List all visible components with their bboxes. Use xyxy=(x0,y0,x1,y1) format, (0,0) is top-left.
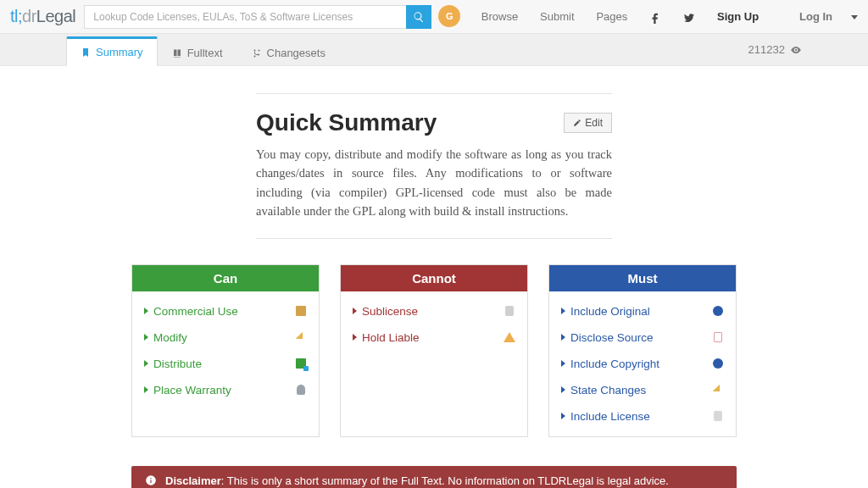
money-bag-icon xyxy=(295,305,307,317)
search-icon xyxy=(413,11,425,23)
must-header: Must xyxy=(549,265,736,291)
must-item[interactable]: Include Copyright xyxy=(549,351,736,377)
nav-pages[interactable]: Pages xyxy=(596,10,627,23)
tab-fulltext[interactable]: Fulltext xyxy=(158,39,237,66)
disclaimer-label: Disclaimer xyxy=(165,474,221,487)
can-item[interactable]: Commercial Use xyxy=(132,298,319,324)
twitter-link[interactable] xyxy=(683,10,695,23)
page-title: Quick Summary xyxy=(256,109,564,136)
cannot-column: Cannot Sublicense Hold Liable xyxy=(340,264,528,437)
caret-right-icon xyxy=(561,334,565,341)
disclaimer-text: : This is only a short summary of the Fu… xyxy=(221,474,669,487)
logo-dr: dr xyxy=(22,7,36,25)
must-item[interactable]: Include Original xyxy=(549,298,736,324)
pencil-icon xyxy=(573,119,581,127)
tab-summary[interactable]: Summary xyxy=(66,36,158,66)
search: G xyxy=(84,5,460,29)
bookmark-icon xyxy=(81,47,91,58)
eye-icon xyxy=(790,44,802,56)
caret-right-icon xyxy=(353,308,357,314)
tab-changesets[interactable]: Changesets xyxy=(237,39,340,66)
search-input[interactable] xyxy=(84,5,406,29)
package-share-icon xyxy=(295,358,307,369)
nav-login[interactable]: Log In xyxy=(781,10,858,23)
cannot-item[interactable]: Sublicense xyxy=(341,298,527,324)
twitter-icon xyxy=(683,12,695,24)
info-icon xyxy=(145,474,157,486)
caret-right-icon xyxy=(561,413,565,419)
shield-icon xyxy=(295,384,307,396)
caret-right-icon xyxy=(144,334,148,341)
google-badge-icon[interactable]: G xyxy=(438,5,460,27)
logo[interactable]: tl;drLegal xyxy=(10,7,75,26)
facebook-link[interactable] xyxy=(649,10,661,23)
nav-signup[interactable]: Sign Up xyxy=(717,10,759,23)
nav-browse[interactable]: Browse xyxy=(481,10,518,23)
permission-columns: Can Commercial Use Modify Distribute Pla… xyxy=(131,264,737,437)
must-item[interactable]: Include License xyxy=(549,403,736,430)
summary-body: You may copy, distribute and modify the … xyxy=(256,145,612,221)
thumb-down-icon xyxy=(504,305,515,317)
note-icon xyxy=(712,384,724,396)
top-nav: Browse Submit Pages Sign Up Log In xyxy=(463,9,858,24)
must-item[interactable]: Disclose Source xyxy=(549,324,736,351)
view-count: 211232 xyxy=(748,43,802,56)
info-circle-icon xyxy=(712,305,724,317)
disclaimer-banner: Disclaimer: This is only a short summary… xyxy=(131,466,737,488)
edit-button[interactable]: Edit xyxy=(564,113,612,133)
caret-right-icon xyxy=(561,308,565,314)
edit-icon xyxy=(295,331,307,343)
top-bar: tl;drLegal G Browse Submit Pages Sign Up… xyxy=(0,0,868,34)
branch-icon xyxy=(252,48,262,58)
cannot-item[interactable]: Hold Liable xyxy=(341,324,527,351)
book-icon xyxy=(172,48,182,58)
source-doc-icon xyxy=(712,331,724,343)
can-header: Can xyxy=(132,265,319,291)
can-column: Can Commercial Use Modify Distribute Pla… xyxy=(131,264,320,437)
must-column: Must Include Original Disclose Source In… xyxy=(548,264,737,437)
search-button[interactable] xyxy=(406,5,431,29)
caret-right-icon xyxy=(561,386,565,393)
tag-icon xyxy=(712,410,724,422)
facebook-icon xyxy=(649,12,661,24)
logo-legal: Legal xyxy=(36,7,75,25)
cannot-header: Cannot xyxy=(341,265,527,291)
caret-right-icon xyxy=(144,308,148,314)
divider xyxy=(256,93,612,94)
can-item[interactable]: Place Warranty xyxy=(132,377,319,403)
tabs-row: Summary Fulltext Changesets 211232 xyxy=(0,34,868,66)
caret-right-icon xyxy=(144,360,148,367)
copyright-icon xyxy=(712,358,724,369)
can-item[interactable]: Modify xyxy=(132,324,319,351)
warning-icon xyxy=(504,331,515,343)
can-item[interactable]: Distribute xyxy=(132,351,319,377)
summary-block: Quick Summary Edit You may copy, distrib… xyxy=(256,93,612,239)
divider xyxy=(256,238,612,239)
chevron-down-icon xyxy=(851,15,858,19)
caret-right-icon xyxy=(353,334,357,341)
must-item[interactable]: State Changes xyxy=(549,377,736,403)
caret-right-icon xyxy=(561,360,565,367)
nav-submit[interactable]: Submit xyxy=(540,10,574,23)
caret-right-icon xyxy=(144,386,148,393)
logo-tl: tl; xyxy=(10,7,22,25)
